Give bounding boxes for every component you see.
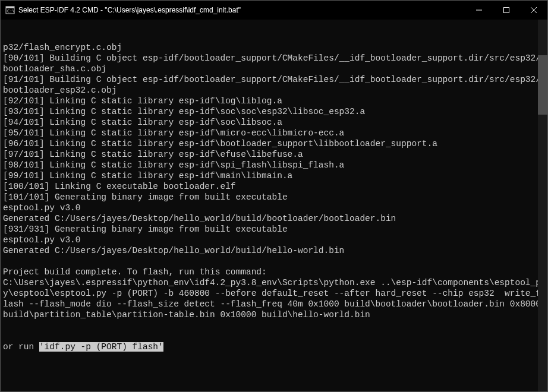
terminal-line: [101/101] Generating binary image from b… [3, 192, 545, 203]
terminal-line: [99/101] Linking C static library esp-id… [3, 170, 545, 181]
terminal-output[interactable]: p32/flash_encrypt.c.obj[90/101] Building… [1, 20, 547, 391]
minimize-button[interactable] [465, 1, 493, 20]
scrollbar-track[interactable] [538, 20, 547, 391]
window-controls [465, 1, 547, 20]
titlebar[interactable]: C:\ Select ESP-IDF 4.2 CMD - "C:\Users\j… [1, 1, 547, 20]
window-title: Select ESP-IDF 4.2 CMD - "C:\Users\jayes… [18, 6, 465, 14]
terminal-line: [98/101] Linking C static library esp-id… [3, 160, 545, 170]
terminal-line: Project build complete. To flash, run th… [3, 267, 545, 277]
terminal-blank [3, 374, 545, 384]
terminal-line [3, 256, 545, 267]
terminal-line: C:\Users\jayes\.espressif\python_env\idf… [3, 277, 545, 320]
terminal-window: C:\ Select ESP-IDF 4.2 CMD - "C:\Users\j… [0, 0, 548, 392]
terminal-line: [91/101] Building C object esp-idf/bootl… [3, 74, 545, 96]
terminal-line: Generated C:/Users/jayes/Desktop/hello_w… [3, 213, 545, 224]
terminal-line: esptool.py v3.0 [3, 235, 545, 245]
terminal-line: Generated C:/Users/jayes/Desktop/hello_w… [3, 245, 545, 256]
highlighted-text: 'idf.py -p (PORT) flash' [39, 342, 163, 352]
terminal-line: [92/101] Linking C static library esp-id… [3, 96, 545, 106]
terminal-line: p32/flash_encrypt.c.obj [3, 42, 545, 53]
terminal-line: [96/101] Linking C static library esp-id… [3, 138, 545, 149]
terminal-line: [95/101] Linking C static library esp-id… [3, 128, 545, 138]
terminal-line: [97/101] Linking C static library esp-id… [3, 149, 545, 160]
terminal-line: [93/101] Linking C static library esp-id… [3, 106, 545, 117]
terminal-line: [931/931] Generating binary image from b… [3, 224, 545, 235]
maximize-button[interactable] [493, 1, 520, 20]
svg-rect-4 [504, 8, 509, 13]
svg-text:C:\: C:\ [7, 9, 15, 14]
svg-rect-1 [6, 7, 14, 8]
terminal-line: [90/101] Building C object esp-idf/bootl… [3, 53, 545, 74]
scrollbar-thumb[interactable] [538, 55, 547, 115]
close-button[interactable] [520, 1, 547, 20]
terminal-line: [94/101] Linking C static library esp-id… [3, 117, 545, 128]
terminal-line: [100/101] Linking C executable bootloade… [3, 181, 545, 192]
terminal-text: or run [3, 342, 39, 352]
cmd-icon: C:\ [5, 5, 15, 15]
terminal-line: esptool.py v3.0 [3, 203, 545, 213]
